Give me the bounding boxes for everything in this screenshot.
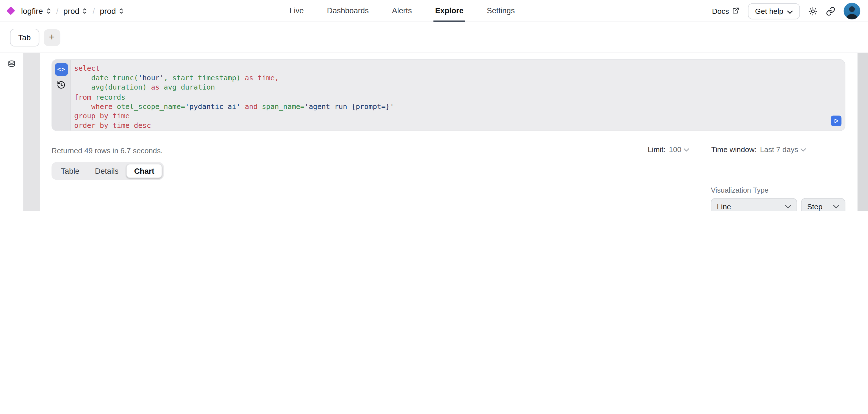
nav-item-live[interactable]: Live (288, 0, 305, 22)
nav-item-dashboards[interactable]: Dashboards (325, 0, 370, 22)
breadcrumb-environment[interactable]: prod (100, 6, 124, 15)
environment-label: prod (100, 6, 116, 15)
view-tab-chart[interactable]: Chart (126, 164, 162, 178)
breadcrumb-separator: / (93, 6, 95, 15)
app-window: logfire / prod / prod Live Dashboards Al… (0, 0, 868, 211)
get-help-label: Get help (755, 7, 783, 15)
add-tab-button[interactable]: + (43, 29, 60, 45)
chevron-up-down-icon (45, 7, 51, 15)
query-status-text: Returned 49 rows in 6.7 seconds. (52, 147, 163, 155)
breadcrumb-org[interactable]: logfire (21, 6, 51, 15)
sql-query-text[interactable]: select date_trunc('hour', start_timestam… (74, 64, 394, 130)
chevron-up-down-icon (119, 7, 124, 15)
sql-editor-panel[interactable]: <> select date_trunc('hour', start_times… (52, 59, 845, 131)
nav-item-explore[interactable]: Explore (433, 0, 465, 22)
top-bar-actions: Docs Get help (712, 0, 860, 22)
chevron-down-icon (800, 148, 806, 151)
query-history-icon[interactable] (56, 80, 66, 92)
run-query-button[interactable] (831, 116, 841, 126)
interpolation-value: Step (807, 202, 823, 211)
limit-value: 100 (669, 146, 681, 154)
time-window-select[interactable]: Last 7 days (760, 146, 806, 154)
visualization-panel: Visualization Type Line Step X Axis time… (711, 186, 845, 211)
chevron-down-icon (833, 205, 839, 209)
query-tab-bar: Tab + (0, 22, 868, 53)
query-tab[interactable]: Tab (10, 28, 39, 46)
editor-gutter: <> (52, 60, 71, 130)
limit-select[interactable]: 100 (669, 146, 689, 154)
view-tab-table[interactable]: Table (53, 164, 87, 178)
right-scrollbar[interactable] (858, 53, 868, 211)
top-bar: logfire / prod / prod Live Dashboards Al… (0, 0, 868, 22)
step-line-chart: 0246824252627282930 (47, 205, 645, 211)
result-chart[interactable]: 0246824252627282930 (47, 205, 645, 211)
limit-time-controls: Limit: 100 Time window: Last 7 days (648, 146, 806, 154)
theme-toggle-sun-icon[interactable] (808, 6, 817, 16)
chevron-down-icon (787, 7, 793, 15)
nav-item-alerts[interactable]: Alerts (390, 0, 413, 22)
left-rail (0, 53, 23, 211)
interpolation-select[interactable]: Step (801, 198, 845, 211)
main-nav: Live Dashboards Alerts Explore Settings (288, 0, 516, 22)
external-link-icon (732, 6, 740, 16)
breadcrumb: logfire / prod / prod (0, 6, 124, 15)
docs-label: Docs (712, 7, 729, 15)
breadcrumb-project[interactable]: prod (63, 6, 88, 15)
database-icon[interactable] (7, 60, 17, 72)
result-view-switcher: Table Details Chart (52, 162, 164, 180)
user-avatar[interactable] (844, 3, 860, 20)
time-window-label: Time window: (711, 146, 757, 154)
time-window-value: Last 7 days (760, 146, 798, 154)
logfire-logo-icon (6, 6, 15, 15)
chevron-down-icon (785, 205, 791, 209)
visualization-type-label: Visualization Type (711, 186, 845, 194)
copy-link-icon[interactable] (826, 6, 835, 16)
nav-item-settings[interactable]: Settings (485, 0, 516, 22)
breadcrumb-separator: / (56, 6, 58, 15)
docs-link[interactable]: Docs (712, 6, 740, 16)
chevron-up-down-icon (82, 7, 88, 15)
chevron-down-icon (684, 148, 689, 151)
visualization-type-value: Line (717, 202, 731, 211)
project-label: prod (63, 6, 80, 15)
limit-label: Limit: (648, 146, 665, 154)
visualization-type-select[interactable]: Line (711, 198, 797, 211)
get-help-button[interactable]: Get help (748, 3, 800, 19)
brand-label: logfire (21, 6, 43, 15)
left-scrollbar-gutter[interactable] (23, 53, 40, 211)
code-format-button[interactable]: <> (55, 63, 68, 76)
view-tab-details[interactable]: Details (87, 164, 126, 178)
